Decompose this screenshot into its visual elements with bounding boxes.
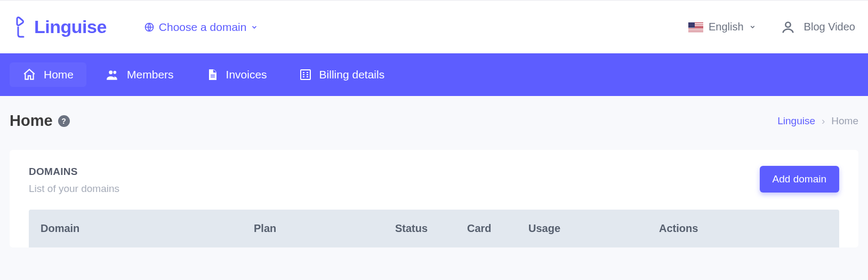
nav-billing[interactable]: Billing details [286, 63, 398, 86]
chevron-down-icon [251, 23, 258, 31]
col-header-usage: Usage [528, 222, 659, 235]
nav-members[interactable]: Members [93, 62, 187, 87]
breadcrumb-root[interactable]: Linguise [777, 115, 815, 127]
col-header-status: Status [395, 222, 467, 235]
page-heading-row: Home ? Linguise › Home [0, 96, 868, 142]
domain-selector-label: Choose a domain [159, 21, 247, 34]
language-label: English [709, 21, 744, 33]
domains-card-subtitle: List of your domains [29, 183, 119, 195]
brand-logo[interactable]: Linguise [13, 17, 107, 38]
add-domain-button[interactable]: Add domain [760, 166, 839, 193]
breadcrumb-separator: › [822, 115, 825, 127]
col-header-domain: Domain [41, 222, 254, 235]
domains-table-header: Domain Plan Status Card Usage Actions [29, 210, 839, 247]
col-header-actions: Actions [659, 222, 827, 235]
globe-icon [144, 22, 155, 33]
help-icon[interactable]: ? [58, 115, 70, 127]
brand-mark-icon [13, 17, 29, 38]
domains-card-title: DOMAINS [29, 166, 119, 178]
nav-item-label: Invoices [226, 68, 267, 81]
breadcrumb-current: Home [831, 115, 858, 127]
domains-card: DOMAINS List of your domains Add domain … [10, 150, 858, 247]
nav-item-label: Home [44, 68, 74, 81]
breadcrumb: Linguise › Home [777, 115, 858, 127]
top-header: Linguise Choose a domain English Blog Vi [0, 0, 868, 53]
nav-item-label: Members [127, 68, 174, 81]
chevron-down-icon [749, 23, 756, 30]
user-icon [781, 20, 795, 35]
svg-rect-6 [301, 70, 310, 79]
language-selector[interactable]: English [688, 21, 756, 33]
col-header-card: Card [467, 222, 528, 235]
svg-rect-4 [211, 75, 215, 76]
svg-point-2 [109, 70, 112, 74]
main-nav: Home Members Invoices Bill [0, 53, 868, 96]
domain-selector[interactable]: Choose a domain [144, 21, 259, 34]
user-label: Blog Video [804, 21, 855, 33]
svg-rect-5 [211, 77, 215, 78]
user-menu[interactable]: Blog Video [781, 20, 855, 35]
page-title-text: Home [10, 112, 53, 130]
nav-home[interactable]: Home [10, 62, 86, 87]
svg-point-1 [785, 22, 790, 27]
billing-icon [299, 68, 312, 81]
page-title: Home ? [10, 112, 70, 130]
nav-invoices[interactable]: Invoices [193, 62, 280, 87]
members-icon [106, 68, 119, 82]
nav-item-label: Billing details [319, 68, 385, 81]
col-header-plan: Plan [254, 222, 395, 235]
domains-card-header: DOMAINS List of your domains Add domain [29, 166, 839, 195]
invoice-icon [206, 68, 219, 82]
brand-name: Linguise [34, 17, 107, 37]
home-icon [22, 68, 36, 82]
svg-point-3 [114, 71, 117, 74]
flag-us-icon [688, 22, 703, 32]
